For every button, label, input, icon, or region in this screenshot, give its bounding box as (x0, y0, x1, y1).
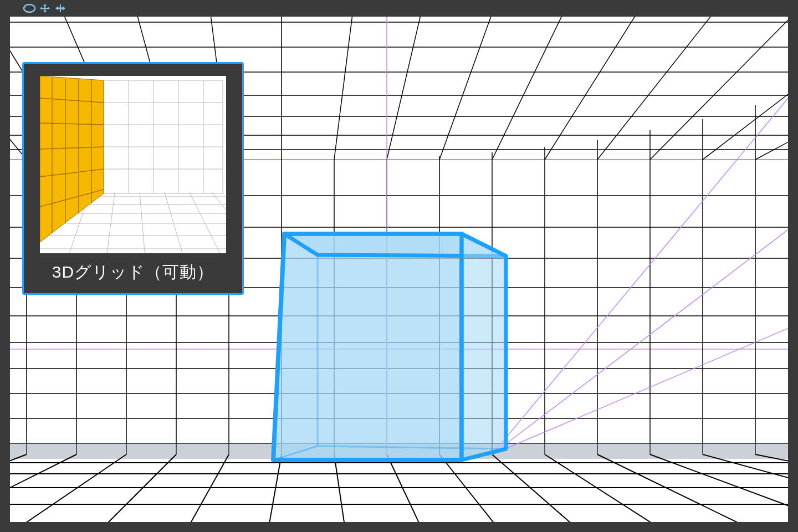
svg-line-42 (545, 17, 642, 160)
material-thumbnail-label: 3Dグリッド（可動） (52, 261, 214, 284)
view-rotate-icon[interactable] (22, 2, 37, 14)
view-zoom-icon[interactable] (53, 2, 68, 14)
svg-line-94 (190, 192, 223, 253)
svg-rect-2 (60, 4, 61, 12)
svg-line-40 (439, 17, 495, 160)
svg-line-93 (165, 192, 184, 253)
selected-cube[interactable] (273, 234, 506, 460)
svg-line-76 (492, 94, 788, 454)
material-thumbnail-preview (40, 76, 226, 253)
view-pan-icon[interactable] (38, 2, 52, 14)
material-thumbnail-card[interactable]: 3Dグリッド（可動） (22, 62, 244, 295)
viewport-toolbar (0, 0, 798, 17)
svg-line-46 (755, 25, 788, 160)
svg-line-38 (334, 17, 354, 160)
svg-line-45 (703, 17, 788, 160)
svg-line-41 (492, 17, 567, 160)
svg-line-91 (106, 192, 115, 253)
svg-line-78 (492, 327, 788, 454)
svg-line-95 (212, 192, 226, 253)
svg-line-43 (597, 17, 719, 160)
svg-line-39 (387, 17, 423, 160)
svg-rect-96 (104, 80, 223, 193)
svg-line-77 (492, 227, 788, 454)
svg-point-0 (24, 4, 35, 12)
svg-line-44 (650, 17, 788, 160)
svg-line-92 (140, 192, 145, 253)
